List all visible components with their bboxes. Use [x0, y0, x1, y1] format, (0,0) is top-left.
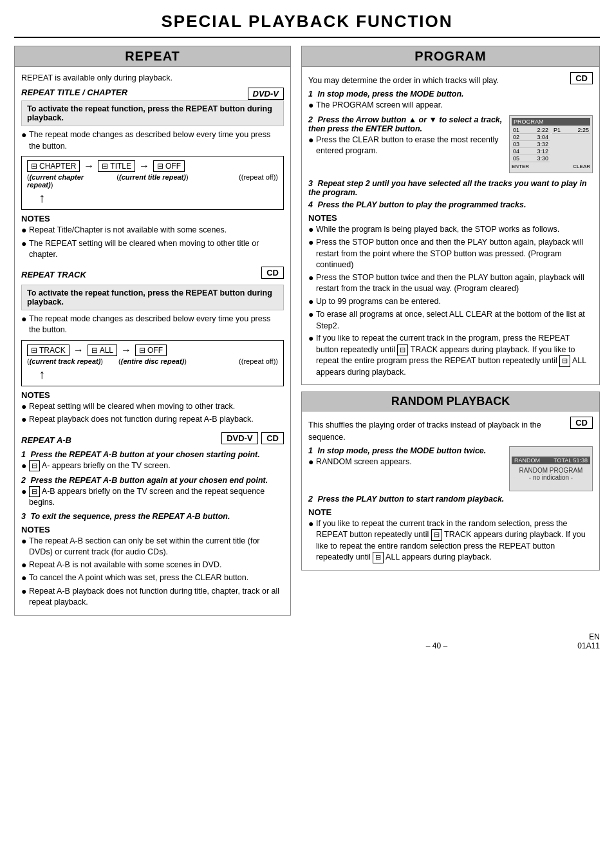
rs-body: RANDOM PROGRAM - no indication -	[519, 467, 583, 481]
bullet-dot: ●	[21, 460, 29, 473]
bullet-dot: ●	[21, 572, 29, 585]
bullet-dot: ●	[308, 456, 316, 469]
bullet-dot: ●	[308, 223, 316, 236]
random-intro: This shuffles the playing order of track…	[308, 419, 593, 442]
random-track-icon: ⊟	[431, 529, 442, 540]
ps-header: PROGRAM	[512, 118, 590, 126]
prog-note-1: ● While the program is being played back…	[308, 224, 593, 236]
bullet-dot: ●	[21, 401, 29, 413]
bullet-dot: ●	[21, 535, 29, 548]
rs-title: RANDOM	[514, 457, 540, 464]
random-content: CD This shuffles the playing order of tr…	[302, 411, 599, 569]
cd-badge-track: CD	[261, 267, 284, 279]
ps-clear-label: CLEAR	[573, 164, 590, 169]
track-off-box: ⊟ OFF	[135, 344, 167, 356]
arrow4: →	[121, 344, 131, 356]
ab-step-3-num: 3	[21, 512, 26, 521]
rs-time: TOTAL 51:38	[554, 457, 588, 464]
prog-note-5-text: To erase all programs at once, select AL…	[316, 309, 593, 332]
prog-step-3-text: Repeat step 2 until you have selected al…	[308, 179, 587, 197]
page-footer: – 40 – EN 01A11	[14, 632, 600, 650]
ps-col1: 012:22 023:04 033:32 043:12 053:30	[512, 127, 550, 162]
ab-step-1-num: 1	[21, 450, 26, 459]
ps-row: P12:25	[552, 127, 590, 134]
repeat-track-instruction: To activate the repeat function, press t…	[21, 285, 284, 310]
rs-label: RANDOM PROGRAM	[519, 467, 583, 474]
off-box: ⊟ OFF	[153, 160, 185, 172]
title-box: ⊟ TITLE	[98, 160, 135, 172]
prog-note-4-text: Up to 99 programs can be entered.	[316, 296, 441, 308]
ps-row: 033:32	[512, 141, 550, 148]
track-box: ⊟ TRACK	[27, 344, 70, 356]
ab-bullet1: ● ⊟ A- appears briefly on the TV screen.	[21, 460, 284, 473]
ab-bullet2-text: ⊟ A-B appears briefly on the TV screen a…	[29, 486, 284, 509]
bullet-dot: ●	[21, 585, 29, 598]
ab-note-3: ● To cancel the A point which was set, p…	[21, 572, 284, 585]
left-column: REPEAT REPEAT is available only during p…	[14, 46, 291, 622]
random-bullet-1-text: RANDOM screen appears.	[316, 457, 412, 468]
ab-note-2: ● Repeat A-B is not available with some …	[21, 560, 284, 572]
program-header: PROGRAM	[302, 46, 599, 67]
repeat-ab-section: REPEAT A-B DVD-V CD	[21, 431, 284, 447]
program-section: PROGRAM CD You may determine the order i…	[301, 46, 600, 385]
track-sublabel: ((current track repeat))	[27, 357, 111, 365]
ab-note-2-text: Repeat A-B is not available with some sc…	[29, 560, 221, 571]
track-diagram-labels: ((current track repeat)) ((entire disc r…	[27, 357, 278, 365]
title-chapter-instruction-text: To activate the repeat function, press t…	[27, 104, 272, 122]
title-chapter-bullet1: ● The repeat mode changes as described b…	[21, 129, 284, 152]
ps-row: 023:04	[512, 134, 550, 141]
all-icon: ⊟	[91, 346, 98, 355]
diagram-labels: ((current chapter repeat)) ((current tit…	[27, 173, 278, 189]
repeat-track-instruction-text: To activate the repeat function, press t…	[27, 288, 272, 307]
track-off-icon: ⊟	[139, 346, 145, 355]
prog-step-1: 1 In stop mode, press the MODE button.	[308, 90, 593, 99]
bullet-dot: ●	[308, 134, 316, 147]
dvd-v-badge: DVD-V	[248, 88, 284, 100]
repeat-ab-label: REPEAT A-B	[21, 435, 71, 445]
program-cd-badge: CD	[570, 72, 593, 84]
track-icon: ⊟	[31, 346, 37, 355]
ab-icon: ⊟	[29, 460, 40, 471]
prog-bullet-1-text: The PROGRAM screen will appear.	[316, 100, 443, 111]
prog-notes-label: NOTES	[308, 213, 593, 223]
program-screen-image: PROGRAM 012:22 023:04 033:32 043:12 053:…	[509, 115, 593, 173]
repeat-track-header-row: REPEAT TRACK CD	[21, 266, 284, 281]
loop-arrow-icon: ↑	[39, 191, 45, 205]
bullet-dot: ●	[308, 308, 316, 321]
ps-row: 043:12	[512, 148, 550, 155]
ab-notes-label: NOTES	[21, 525, 284, 534]
repeat-track-section: REPEAT TRACK CD	[21, 266, 284, 281]
track-off-label: OFF	[147, 346, 163, 355]
track-label: TRACK	[39, 346, 66, 355]
bullet-dot: ●	[308, 296, 316, 308]
page-en: EN 01A11	[577, 632, 600, 650]
title-chapter-note-1: ● Repeat Title/Chapter is not available …	[21, 225, 284, 237]
chapter-label: CHAPTER	[39, 162, 76, 171]
program-content: CD You may determine the order in which …	[302, 67, 599, 384]
bullet-dot: ●	[308, 332, 316, 345]
bullet-dot: ●	[308, 99, 316, 112]
repeat-track-bullet1: ● The repeat mode changes as described b…	[21, 314, 284, 336]
prog-note-6: ● If you like to repeat the current trac…	[308, 333, 593, 378]
title-chapter-instruction: To activate the repeat function, press t…	[21, 100, 284, 126]
prog-step-4: 4 Press the PLAY button to play the prog…	[308, 200, 593, 209]
prog-bullet-1: ● The PROGRAM screen will appear.	[308, 100, 593, 112]
title-sublabel: ((current title repeat))	[111, 173, 194, 189]
random-note-label: NOTE	[308, 507, 593, 517]
bullet-dot: ●	[21, 313, 29, 326]
prog-step-3: 3 Repeat step 2 until you have selected …	[308, 179, 593, 197]
off-label: OFF	[165, 162, 181, 171]
ab-step-2-text: Press the REPEAT A-B button again at you…	[30, 476, 268, 485]
track-icon-inline: ⊟	[397, 344, 408, 355]
prog-note-4: ● Up to 99 programs can be entered.	[308, 296, 593, 308]
ab-note-1: ● The repeat A-B section can only be set…	[21, 536, 284, 558]
repeat-track-label: REPEAT TRACK	[21, 270, 86, 279]
ps-columns: 012:22 023:04 033:32 043:12 053:30 P12:2…	[512, 127, 590, 162]
prog-step-1-num: 1	[308, 90, 313, 99]
ab-note-4: ● Repeat A-B playback does not function …	[21, 586, 284, 609]
title-chapter-note-2: ● The REPEAT setting will be cleared whe…	[21, 238, 284, 261]
ab-step-1: 1 Press the REPEAT A-B button at your ch…	[21, 450, 284, 459]
right-column: PROGRAM CD You may determine the order i…	[301, 46, 600, 571]
title-chapter-note-1-text: Repeat Title/Chapter is not available wi…	[29, 225, 227, 236]
prog-step-2-text: Press the Arrow button ▲ or ▼ to select …	[308, 115, 502, 133]
